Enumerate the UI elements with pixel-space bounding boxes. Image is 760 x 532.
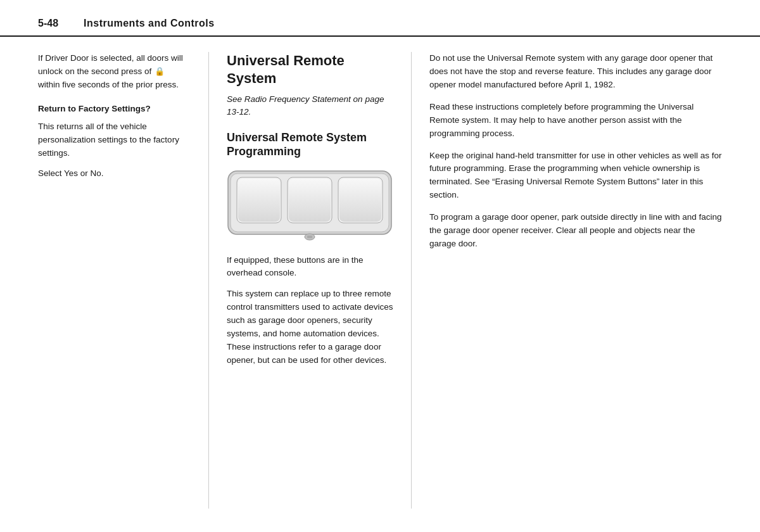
intro-text-after-icon: within five seconds of the prior press. <box>38 80 179 89</box>
remote-image-container <box>227 169 393 245</box>
page-title: Instruments and Controls <box>84 18 215 29</box>
svg-rect-3 <box>238 179 280 222</box>
overhead-console-text: If equipped, these buttons are in the ov… <box>227 254 393 281</box>
svg-rect-9 <box>307 236 312 238</box>
radio-freq-ref: See Radio Frequency Statement on page 13… <box>227 93 393 119</box>
remote-control-image <box>227 170 393 244</box>
factory-settings-heading: Return to Factory Settings? <box>38 103 189 115</box>
transmitter-text: Keep the original hand-held transmitter … <box>429 149 722 203</box>
universal-remote-heading: Universal Remote System <box>227 52 393 87</box>
read-instructions-text: Read these instructions completely befor… <box>429 101 722 141</box>
content-area: If Driver Door is selected, all doors wi… <box>0 37 760 521</box>
column-right: Do not use the Universal Remote system w… <box>412 52 722 509</box>
warning-text: Do not use the Universal Remote system w… <box>429 52 722 92</box>
column-left: If Driver Door is selected, all doors wi… <box>38 52 209 509</box>
programming-heading: Universal Remote System Programming <box>227 130 393 159</box>
program-garage-text: To program a garage door opener, park ou… <box>429 211 722 251</box>
column-middle: Universal Remote System See Radio Freque… <box>209 52 412 509</box>
factory-settings-body: This returns all of the vehicle personal… <box>38 120 189 160</box>
page-header: 5-48 Instruments and Controls <box>0 0 760 37</box>
svg-rect-7 <box>339 179 381 222</box>
select-yes-no: Select Yes or No. <box>38 167 189 180</box>
page-number: 5-48 <box>38 18 58 29</box>
intro-paragraph: If Driver Door is selected, all doors wi… <box>38 52 189 92</box>
page-container: 5-48 Instruments and Controls If Driver … <box>0 0 760 532</box>
lock-icon: 🔒 <box>155 65 165 78</box>
system-description-text: This system can replace up to three remo… <box>227 288 393 367</box>
svg-rect-5 <box>289 179 331 222</box>
